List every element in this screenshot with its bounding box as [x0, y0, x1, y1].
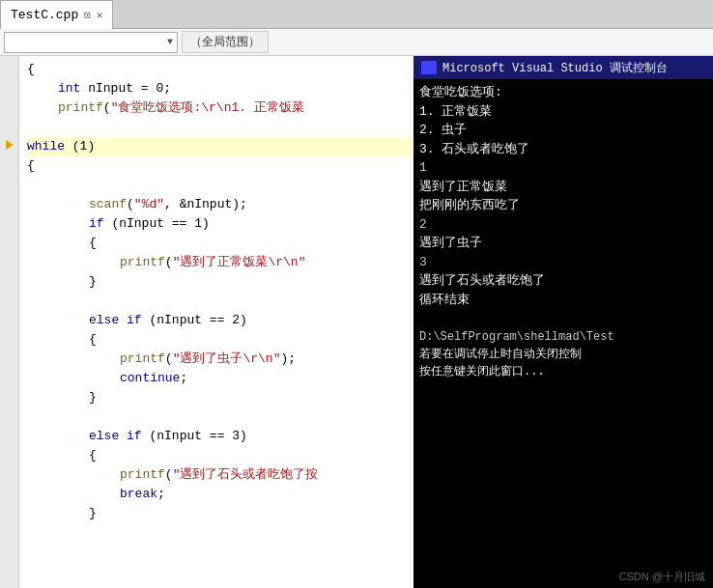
gutter-mark-4	[0, 116, 18, 135]
console-content: 食堂吃饭选项: 1. 正常饭菜 2. 虫子 3. 石头或者吃饱了 1 遇到了正常…	[414, 79, 713, 384]
gutter-mark-2	[0, 77, 18, 97]
tab-bar: TestC.cpp ⊡ ✕	[0, 0, 713, 29]
console-line-10: 3	[419, 253, 707, 272]
console-line-5: 1	[419, 158, 707, 178]
console-line-2: 1. 正常饭菜	[419, 102, 707, 122]
console-app-icon	[421, 61, 437, 74]
editor-area: { int nInput = 0; printf ( "食堂吃饭选项:\r\n1…	[0, 56, 713, 588]
console-line-13	[419, 309, 707, 328]
console-line-8: 2	[419, 215, 707, 235]
console-overlay: Microsoft Visual Studio 调试控制台 食堂吃饭选项: 1.…	[414, 56, 713, 588]
toolbar-row: ▼ （全局范围）	[0, 29, 713, 56]
tab-close-icon[interactable]: ✕	[97, 9, 103, 21]
tab-filename: TestC.cpp	[11, 8, 78, 22]
console-line-12: 循环结束	[419, 291, 707, 310]
console-line-6: 遇到了正常饭菜	[419, 178, 707, 197]
scope-label: （全局范围）	[182, 31, 269, 53]
footer-attribution: CSDN @十月旧城	[619, 570, 705, 584]
dropdown-arrow-icon: ▼	[167, 37, 173, 47]
console-line-14: D:\SelfProgram\shellmad\Test	[419, 328, 707, 346]
console-line-4: 3. 石头或者吃饱了	[419, 140, 707, 159]
console-line-7: 把刚刚的东西吃了	[419, 196, 707, 215]
file-tab[interactable]: TestC.cpp ⊡ ✕	[0, 0, 113, 29]
console-titlebar: Microsoft Visual Studio 调试控制台	[414, 56, 713, 79]
gutter-mark-3	[0, 97, 18, 116]
console-title: Microsoft Visual Studio 调试控制台	[442, 60, 668, 76]
console-line-15: 若要在调试停止时自动关闭控制	[419, 346, 707, 363]
console-line-1: 食堂吃饭选项:	[419, 83, 707, 102]
execution-arrow-icon	[6, 140, 14, 150]
console-line-16: 按任意键关闭此窗口...	[419, 363, 707, 380]
console-line-3: 2. 虫子	[419, 121, 707, 140]
gutter-mark-arrow	[0, 135, 18, 154]
console-line-9: 遇到了虫子	[419, 234, 707, 253]
gutter-mark-1	[0, 58, 18, 77]
code-panel[interactable]: { int nInput = 0; printf ( "食堂吃饭选项:\r\n1…	[19, 56, 713, 588]
context-dropdown[interactable]: ▼	[4, 32, 178, 53]
console-line-11: 遇到了石头或者吃饱了	[419, 271, 707, 291]
tab-pin-icon[interactable]: ⊡	[84, 9, 91, 21]
editor-gutter	[0, 56, 19, 588]
